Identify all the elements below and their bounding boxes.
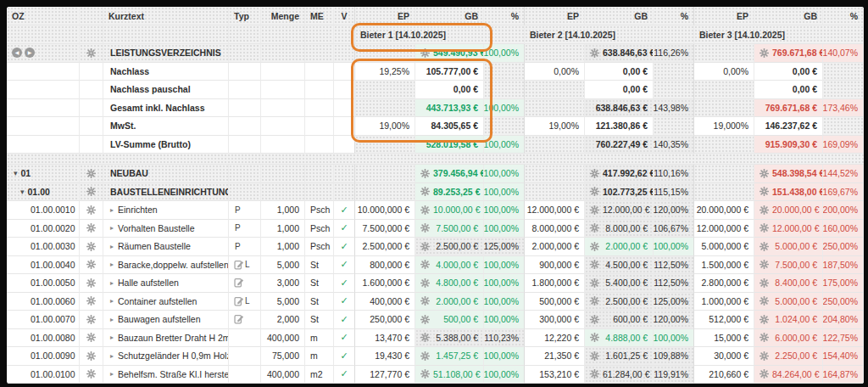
gb-cell-bieter1[interactable]: 500,00 € [415,311,484,329]
gear-icon[interactable] [86,296,96,306]
gb-cell-bieter3[interactable]: 8.400,00 € [754,274,823,293]
ep-cell-bieter1[interactable]: 19,430 € [354,347,415,366]
pct-cell-bieter3[interactable]: 200,00% [823,201,864,220]
pct-cell-bieter1[interactable] [484,63,525,81]
gear-icon[interactable] [86,278,96,288]
gear-icon[interactable] [590,296,599,306]
pct-cell-bieter1[interactable]: 100,00% [484,366,525,384]
oz-cell[interactable] [7,81,80,99]
collapse-group-icon[interactable]: ▾ [20,188,25,196]
pct-cell-bieter2[interactable] [654,63,694,81]
ep-cell-bieter1[interactable]: 400,000 € [354,293,415,311]
ep-cell-bieter3[interactable]: 0,00% [693,63,754,81]
ep-cell-bieter1[interactable]: 7.500,000 € [354,220,415,238]
gear-icon[interactable] [760,48,769,58]
gb-cell-bieter1[interactable]: 105.777,00 € [415,63,484,81]
oz-cell[interactable] [7,117,80,136]
gb-cell-bieter1[interactable]: 379.456,94 € [415,165,484,183]
check-icon[interactable]: ✓ [340,278,348,289]
gear-icon[interactable] [590,48,599,58]
gb-cell-bieter3[interactable]: 6.000,00 € [754,329,823,348]
oz-cell[interactable]: 01.00.0020 [7,220,80,238]
pct-cell-bieter1[interactable]: 125,00% [484,238,525,256]
gb-cell-bieter3[interactable]: 769.671,68 € [754,99,823,118]
menge-cell[interactable]: 75,000 [261,347,305,366]
oz-cell[interactable]: 01.00.0040 [7,256,80,275]
gb-cell-bieter2[interactable]: 12.000,00 € [585,201,654,220]
menge-cell[interactable] [261,183,305,202]
oz-cell[interactable]: ▾01.00 [7,183,80,202]
kurztext-cell[interactable]: ▸Behelfsm. Straße Kl.I herstellen... [103,366,229,384]
gb-cell-bieter3[interactable]: 84.264,00 € [754,366,823,384]
gb-cell-bieter1[interactable]: 84.305,65 € [415,117,484,136]
ep-cell-bieter3[interactable]: 30,000 € [693,347,754,366]
gb-cell-bieter1[interactable]: 5.388,00 € [415,329,484,348]
kurztext-cell[interactable]: Nachlass [103,63,229,81]
pct-cell-bieter2[interactable]: 109,88% [654,347,694,366]
pct-cell-bieter3[interactable]: 122,75% [823,329,864,348]
menge-cell[interactable]: 400,000 [261,329,305,348]
expand-item-icon[interactable]: ▸ [110,370,114,378]
gb-cell-bieter3[interactable]: 915.909,30 € [754,136,823,154]
check-icon[interactable]: ✓ [340,259,348,270]
pct-cell-bieter3[interactable]: 140,07% [823,44,864,63]
ep-cell-bieter2[interactable] [524,81,585,99]
pct-cell-bieter1[interactable]: 100,00% [484,293,525,311]
kurztext-cell[interactable]: ▸Container aufstellen [103,293,229,311]
gear-icon[interactable] [420,333,430,342]
gear-icon[interactable] [760,333,769,342]
gear-icon[interactable] [590,278,599,288]
menge-cell[interactable] [261,44,305,63]
ep-cell-bieter3[interactable] [693,44,754,63]
gear-icon[interactable] [420,315,430,324]
gear-icon[interactable] [590,333,599,342]
menge-cell[interactable] [261,165,305,183]
pct-cell-bieter1[interactable]: 100,00% [484,256,525,275]
ep-cell-bieter3[interactable] [693,183,754,202]
ep-cell-bieter2[interactable]: 19,00% [524,117,585,136]
ep-cell-bieter2[interactable]: 0,00% [524,63,585,81]
gear-icon[interactable] [86,369,96,379]
gear-icon[interactable] [760,169,769,178]
gear-icon[interactable] [420,369,430,379]
pct-cell-bieter2[interactable]: 115,15% [654,183,694,202]
check-icon[interactable]: ✓ [340,205,348,216]
ep-cell-bieter1[interactable] [354,183,415,202]
pct-cell-bieter3[interactable]: 144,52% [823,165,864,183]
ep-cell-bieter1[interactable]: 127,770 € [354,366,415,384]
gb-cell-bieter1[interactable]: 2.500,00 € [415,238,484,256]
gear-icon[interactable] [420,223,430,233]
oz-cell[interactable]: ▾01 [7,165,80,183]
ep-cell-bieter3[interactable]: 15,000 € [693,329,754,348]
kurztext-cell[interactable]: NEUBAU [103,165,229,183]
gear-icon[interactable] [420,48,430,58]
gb-cell-bieter2[interactable]: 102.773,25 € [585,183,654,202]
gear-icon[interactable] [590,315,599,324]
gb-cell-bieter1[interactable]: 1.457,25 € [415,347,484,366]
oz-cell[interactable]: 01.00.0070 [7,311,80,329]
check-icon[interactable]: ✓ [340,295,348,306]
kurztext-cell[interactable]: ▸Halle aufstellen [103,274,229,293]
ep-cell-bieter1[interactable]: 19,25% [354,63,415,81]
pct-cell-bieter1[interactable]: 100,00% [484,201,525,220]
menge-cell[interactable]: 400,000 [261,366,305,384]
gear-icon[interactable] [86,351,96,361]
gear-icon[interactable] [86,333,96,342]
kurztext-cell[interactable]: ▸Vorhalten Baustelle [103,220,229,238]
gb-cell-bieter1[interactable]: 2.000,00 € [415,293,484,311]
ep-cell-bieter2[interactable]: 8.000,000 € [524,220,585,238]
pct-cell-bieter2[interactable]: 106,67% [654,220,694,238]
pct-cell-bieter2[interactable]: 120,00% [654,201,694,220]
ep-cell-bieter2[interactable]: 1.800,000 € [524,274,585,293]
pct-cell-bieter2[interactable]: 143,98% [654,99,694,118]
check-icon[interactable]: ✓ [340,241,348,252]
ep-cell-bieter2[interactable]: 21,350 € [524,347,585,366]
ep-cell-bieter1[interactable]: 1.600,000 € [354,274,415,293]
gear-icon[interactable] [760,351,769,361]
pct-cell-bieter3[interactable] [823,81,864,99]
gb-cell-bieter2[interactable]: 61.284,00 € [585,366,654,384]
menge-cell[interactable] [261,136,305,154]
pct-cell-bieter1[interactable]: 100,00% [484,99,525,118]
gb-cell-bieter2[interactable]: 638.846,63 € [585,44,654,63]
menge-cell[interactable]: 5,000 [261,256,305,275]
